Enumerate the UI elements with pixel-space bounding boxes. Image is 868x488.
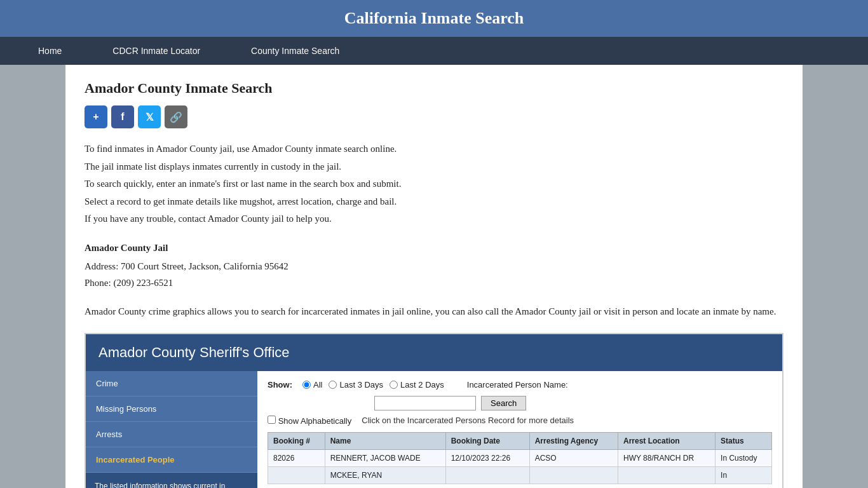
radio-all-label: All bbox=[313, 380, 322, 390]
alpha-label-text: Show Alphabetically bbox=[278, 416, 352, 426]
radio-2days[interactable]: Last 2 Days bbox=[390, 380, 444, 390]
sheriff-body: Crime Missing Persons Arrests Incarcerat… bbox=[86, 371, 782, 489]
alpha-checkbox[interactable] bbox=[268, 416, 276, 424]
share-buttons: + f 𝕏 🔗 bbox=[85, 105, 783, 128]
col-location: Arrest Location bbox=[618, 432, 715, 449]
jail-phone: Phone: (209) 223-6521 bbox=[85, 275, 783, 292]
col-agency: Arresting Agency bbox=[529, 432, 618, 449]
cell-5: In Custody bbox=[715, 449, 772, 466]
cell-3 bbox=[529, 466, 618, 484]
sidebar-crime[interactable]: Crime bbox=[86, 371, 257, 396]
col-date: Booking Date bbox=[445, 432, 529, 449]
table-row[interactable]: 82026RENNERT, JACOB WADE12/10/2023 22:26… bbox=[268, 449, 772, 466]
show-label: Show: bbox=[268, 380, 292, 390]
cell-1: MCKEE, RYAN bbox=[325, 466, 445, 484]
cell-1: RENNERT, JACOB WADE bbox=[325, 449, 445, 466]
radio-2days-input[interactable] bbox=[390, 381, 398, 389]
share-button[interactable]: + bbox=[85, 105, 107, 128]
site-title: California Inmate Search bbox=[344, 9, 524, 27]
radio-all[interactable]: All bbox=[302, 380, 322, 390]
cell-2: 12/10/2023 22:26 bbox=[445, 449, 529, 466]
search-input-row: Search bbox=[268, 396, 772, 410]
info-p3: To search quickly, enter an inmate's fir… bbox=[85, 176, 783, 193]
info-p2: The jail inmate list displays inmates cu… bbox=[85, 159, 783, 175]
twitter-button[interactable]: 𝕏 bbox=[138, 105, 161, 128]
description-block: Amador County crime graphics allows you … bbox=[85, 304, 783, 320]
radio-group: All Last 3 Days Last 2 Days bbox=[302, 380, 444, 390]
radio-3days-label: Last 3 Days bbox=[339, 380, 383, 390]
site-header: California Inmate Search bbox=[0, 0, 868, 37]
main-nav: Home CDCR Inmate Locator County Inmate S… bbox=[0, 37, 868, 65]
info-block: To find inmates in Amador County jail, u… bbox=[85, 141, 783, 227]
sheriff-sidebar: Crime Missing Persons Arrests Incarcerat… bbox=[86, 371, 257, 489]
radio-2days-label: Last 2 Days bbox=[400, 380, 444, 390]
alpha-row: Show Alphabetically Click on the Incarce… bbox=[268, 416, 772, 426]
info-p1: To find inmates in Amador County jail, u… bbox=[85, 141, 783, 158]
alpha-checkbox-label[interactable]: Show Alphabetically bbox=[268, 416, 351, 426]
cell-2 bbox=[445, 466, 529, 484]
link-button[interactable]: 🔗 bbox=[165, 105, 187, 128]
sidebar-missing[interactable]: Missing Persons bbox=[86, 396, 257, 422]
sheriff-main: Show: All Last 3 Days Last 2 Days bbox=[257, 371, 782, 489]
content-area: Amador County Inmate Search + f 𝕏 🔗 To f… bbox=[65, 65, 803, 488]
search-controls: Show: All Last 3 Days Last 2 Days bbox=[268, 380, 772, 390]
nav-cdcr[interactable]: CDCR Inmate Locator bbox=[87, 37, 226, 65]
sheriff-widget: Amador County Sheriff's Office Crime Mis… bbox=[85, 333, 783, 489]
cell-3: ACSO bbox=[529, 449, 618, 466]
nav-county[interactable]: County Inmate Search bbox=[226, 37, 365, 65]
sidebar-incarcerated[interactable]: Incarcerated People bbox=[86, 447, 257, 473]
radio-3days-input[interactable] bbox=[329, 381, 337, 389]
inmate-tbody: 82026RENNERT, JACOB WADE12/10/2023 22:26… bbox=[268, 449, 772, 484]
cell-5: In bbox=[715, 466, 772, 484]
jail-name: Amador County Jail bbox=[85, 240, 783, 257]
jail-info: Amador County Jail Address: 700 Court St… bbox=[85, 240, 783, 292]
radio-3days[interactable]: Last 3 Days bbox=[329, 380, 383, 390]
sidebar-arrests[interactable]: Arrests bbox=[86, 422, 257, 447]
radio-all-input[interactable] bbox=[302, 381, 311, 389]
jail-address: Address: 700 Court Street, Jackson, Cali… bbox=[85, 259, 783, 275]
table-header-row: Booking # Name Booking Date Arresting Ag… bbox=[268, 432, 772, 449]
description-text: Amador County crime graphics allows you … bbox=[85, 304, 783, 320]
sidebar-info: The listed information shows current in … bbox=[86, 473, 257, 489]
table-row[interactable]: MCKEE, RYANIn bbox=[268, 466, 772, 484]
cell-4: HWY 88/RANCH DR bbox=[618, 449, 715, 466]
name-search-label: Incarcerated Person Name: bbox=[467, 380, 568, 390]
cell-4 bbox=[618, 466, 715, 484]
col-name: Name bbox=[325, 432, 445, 449]
info-p5: If you have any trouble, contact Amador … bbox=[85, 211, 783, 227]
inmate-name-input[interactable] bbox=[374, 396, 476, 410]
facebook-button[interactable]: f bbox=[111, 105, 134, 128]
col-status: Status bbox=[715, 432, 772, 449]
inmate-table: Booking # Name Booking Date Arresting Ag… bbox=[268, 432, 772, 484]
nav-home[interactable]: Home bbox=[13, 37, 87, 65]
name-search-group: Incarcerated Person Name: bbox=[467, 380, 568, 390]
cell-0 bbox=[268, 466, 325, 484]
col-booking: Booking # bbox=[268, 432, 325, 449]
info-p4: Select a record to get inmate details li… bbox=[85, 194, 783, 210]
click-instruction: Click on the Incarcerated Persons Record… bbox=[362, 416, 574, 425]
sheriff-header: Amador County Sheriff's Office bbox=[86, 334, 782, 371]
page-heading: Amador County Inmate Search bbox=[85, 80, 783, 97]
sheriff-title: Amador County Sheriff's Office bbox=[98, 344, 290, 360]
cell-0: 82026 bbox=[268, 449, 325, 466]
search-button[interactable]: Search bbox=[481, 396, 526, 410]
